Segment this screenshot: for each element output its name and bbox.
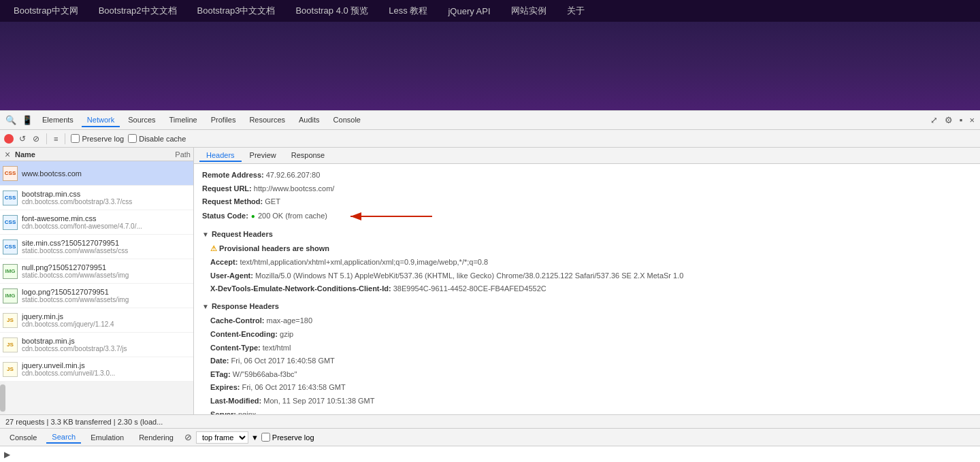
server-row: Server: nginx (210, 409, 972, 415)
network-item-0[interactable]: CSS www.bootcss.com (0, 161, 193, 186)
file-info-3: site.min.css?1505127079951 static.bootcs… (22, 239, 191, 254)
open-in-new-icon[interactable]: ⤢ (929, 114, 939, 127)
record-button[interactable] (4, 134, 14, 144)
content-type-row: Content-Type: text/html (210, 342, 972, 354)
file-info-4: null.png?1505127079951 static.bootcss.co… (22, 263, 191, 279)
nav-item-about[interactable]: 关于 (567, 5, 585, 17)
headers-panel: Headers Preview Response Remote Address:… (194, 148, 980, 414)
top-navbar: Bootstrap中文网 Bootstrap2中文文档 Bootstrap3中文… (0, 0, 980, 22)
devtools-panel: 🔍 📱 Elements Network Sources Timeline Pr… (0, 110, 980, 462)
nav-item-bootstrap-cn[interactable]: Bootstrap中文网 (14, 5, 78, 17)
disable-cache-checkbox[interactable] (128, 134, 137, 143)
filter-button[interactable]: ⊘ (31, 134, 41, 144)
date-row: Date: Fri, 06 Oct 2017 16:40:58 GMT (210, 355, 972, 367)
console-filter-icon[interactable]: ⊘ (183, 431, 193, 444)
remote-address-row: Remote Address: 47.92.66.207:80 (202, 169, 972, 182)
tab-profiles[interactable]: Profiles (206, 114, 242, 127)
console-bar: Console Search Emulation Rendering ⊘ top… (0, 428, 980, 446)
file-type-icon-0: CSS (3, 166, 18, 181)
devtools-main: × Name Path CSS www.bootcss.com CSS (0, 148, 980, 414)
devtools-tabbar: 🔍 📱 Elements Network Sources Timeline Pr… (0, 111, 980, 130)
request-headers-content: ⚠ Provisional headers are shown Accept: … (210, 243, 972, 295)
file-type-icon-5: IMG (3, 288, 18, 303)
file-type-icon-2: CSS (3, 215, 18, 230)
network-item-5[interactable]: IMG logo.png?1505127079951 static.bootcs… (0, 284, 193, 308)
tab-elements[interactable]: Elements (37, 114, 79, 127)
etag-row: ETag: W/"59b66aba-f3bc" (210, 369, 972, 381)
response-headers-content: Cache-Control: max-age=180 Content-Encod… (210, 315, 972, 414)
preserve-log-console-label[interactable]: Preserve log (261, 433, 314, 442)
nav-item-less[interactable]: Less 教程 (389, 5, 427, 17)
settings-icon[interactable]: ⚙ (943, 114, 954, 127)
nav-item-examples[interactable]: 网站实例 (511, 5, 546, 17)
network-items-list: CSS www.bootcss.com CSS bootstrap.min.cs… (0, 161, 193, 382)
file-info-8: jquery.unveil.min.js cdn.bootcss.com/unv… (22, 361, 191, 377)
nav-item-bootstrap2[interactable]: Bootstrap2中文文档 (99, 5, 177, 17)
user-agent-row: User-Agent: Mozilla/5.0 (Windows NT 5.1)… (210, 270, 972, 282)
response-headers-section: ▼ Response Headers (202, 301, 972, 313)
status-bar: 27 requests | 3.3 KB transferred | 2.30 … (0, 414, 980, 428)
tab-audits[interactable]: Audits (293, 114, 325, 127)
console-tab-search[interactable]: Search (46, 431, 81, 444)
request-headers-section: ▼ Request Headers (202, 229, 972, 241)
warning-icon: ⚠ (210, 244, 217, 252)
close-devtools-icon[interactable]: × (968, 114, 976, 127)
console-input-area: ⊘ top frame ▼ Preserve log (183, 431, 976, 444)
file-type-icon-3: CSS (3, 240, 18, 254)
disable-cache-label[interactable]: Disable cache (128, 134, 186, 143)
dock-icon[interactable]: ▪ (958, 114, 964, 127)
collapse-triangle-response[interactable]: ▼ (202, 301, 209, 312)
tab-response[interactable]: Response (284, 150, 332, 162)
expires-row: Expires: Fri, 06 Oct 2017 16:43:58 GMT (210, 382, 972, 394)
file-type-icon-7: JS (3, 337, 18, 352)
mobile-icon[interactable]: 📱 (20, 114, 34, 127)
file-type-icon-4: IMG (3, 264, 18, 279)
network-item-3[interactable]: CSS site.min.css?1505127079951 static.bo… (0, 235, 193, 259)
console-tab-emulation[interactable]: Emulation (85, 432, 129, 443)
provisional-notice: ⚠ Provisional headers are shown (210, 243, 972, 255)
preserve-log-label[interactable]: Preserve log (71, 134, 124, 143)
network-list-header: × Name Path (0, 148, 193, 161)
headers-content: Remote Address: 47.92.66.207:80 Request … (194, 164, 980, 414)
last-modified-row: Last-Modified: Mon, 11 Sep 2017 10:51:38… (210, 395, 972, 408)
prompt-icon: ▶ (4, 450, 10, 459)
close-panel-button[interactable]: × (3, 150, 12, 159)
inspect-element-icon[interactable]: 🔍 (4, 114, 18, 127)
network-item-6[interactable]: JS jquery.min.js cdn.bootcss.com/jquery/… (0, 308, 193, 333)
status-green-dot: ● (251, 211, 255, 222)
tab-preview[interactable]: Preview (243, 150, 283, 162)
network-item-1[interactable]: CSS bootstrap.min.css cdn.bootcss.com/bo… (0, 186, 193, 210)
tab-sources[interactable]: Sources (122, 114, 161, 127)
network-list-panel: × Name Path CSS www.bootcss.com CSS (0, 148, 194, 414)
file-info-1: bootstrap.min.css cdn.bootcss.com/bootst… (22, 190, 191, 205)
network-item-4[interactable]: IMG null.png?1505127079951 static.bootcs… (0, 259, 193, 284)
file-info-5: logo.png?1505127079951 static.bootcss.co… (22, 288, 191, 303)
console-tab-rendering[interactable]: Rendering (133, 432, 179, 443)
list-view-button[interactable]: ≡ (52, 133, 59, 144)
preserve-log-console-checkbox[interactable] (261, 433, 270, 442)
file-info-7: bootstrap.min.js cdn.bootcss.com/bootstr… (22, 337, 191, 352)
network-item-7[interactable]: JS bootstrap.min.js cdn.bootcss.com/boot… (0, 333, 193, 357)
tab-resources[interactable]: Resources (244, 114, 291, 127)
tab-network[interactable]: Network (82, 114, 120, 127)
nav-item-jquery-api[interactable]: jQuery API (448, 6, 490, 16)
accept-row: Accept: text/html,application/xhtml+xml,… (210, 257, 972, 269)
reload-button[interactable]: ↺ (18, 134, 27, 144)
x-devtools-row: X-DevTools-Emulate-Network-Conditions-Cl… (210, 283, 972, 295)
network-list-scrollbar[interactable] (0, 382, 5, 414)
nav-item-bootstrap4[interactable]: Bootstrap 4.0 预览 (295, 5, 368, 17)
tab-timeline[interactable]: Timeline (164, 114, 203, 127)
network-item-2[interactable]: CSS font-awesome.min.css cdn.bootcss.com… (0, 210, 193, 235)
collapse-triangle[interactable]: ▼ (202, 229, 209, 240)
nav-item-bootstrap3[interactable]: Bootstrap3中文文档 (197, 5, 276, 17)
console-tab-console[interactable]: Console (4, 432, 42, 443)
frame-selector[interactable]: top frame (196, 431, 248, 444)
preserve-log-checkbox[interactable] (71, 134, 80, 143)
cache-control-row: Cache-Control: max-age=180 (210, 315, 972, 327)
network-item-8[interactable]: JS jquery.unveil.min.js cdn.bootcss.com/… (0, 357, 193, 382)
page-content-area (0, 22, 980, 110)
tab-headers[interactable]: Headers (199, 150, 242, 162)
request-method-row: Request Method: GET (202, 196, 972, 208)
tab-console[interactable]: Console (328, 114, 366, 127)
file-info-2: font-awesome.min.css cdn.bootcss.com/fon… (22, 214, 191, 230)
